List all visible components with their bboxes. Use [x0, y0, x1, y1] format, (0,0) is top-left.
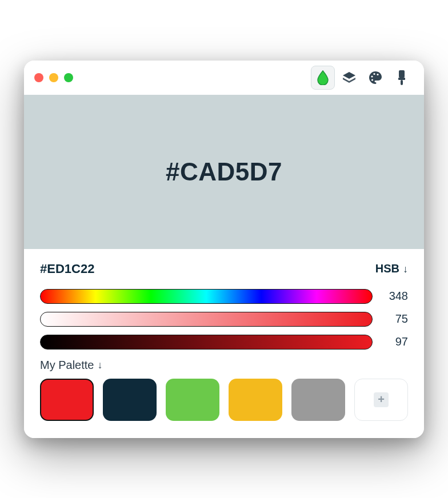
saturation-slider[interactable] [40, 312, 373, 327]
palette-icon[interactable] [363, 66, 387, 90]
brightness-value: 97 [385, 335, 408, 348]
brush-icon-svg [395, 70, 408, 86]
mode-toolbar [311, 66, 414, 90]
titlebar [24, 61, 424, 95]
drop-icon-svg [317, 70, 329, 85]
add-swatch-button[interactable]: + [354, 379, 408, 421]
palette-swatch-0[interactable] [40, 379, 94, 421]
saturation-value: 75 [385, 312, 408, 326]
hue-value: 348 [385, 290, 408, 303]
layers-icon[interactable] [337, 66, 361, 90]
close-dot[interactable] [34, 73, 43, 82]
palette-swatch-2[interactable] [166, 379, 219, 421]
brightness-row: 97 [40, 335, 408, 350]
saturation-row: 75 [40, 312, 408, 327]
color-mode-label: HSB [375, 262, 399, 275]
palette-swatch-1[interactable] [103, 379, 157, 421]
selected-hex[interactable]: #ED1C22 [40, 262, 94, 276]
svg-point-2 [377, 73, 378, 75]
palette-dropdown[interactable]: My Palette ↓ [40, 359, 408, 372]
editor-panel: #ED1C22 HSB ↓ 348 75 97 My Palette ↓ + [24, 249, 424, 438]
editor-header: #ED1C22 HSB ↓ [40, 262, 408, 276]
hue-row: 348 [40, 289, 408, 304]
palette-label-text: My Palette [40, 359, 94, 372]
drop-icon[interactable] [311, 66, 335, 90]
svg-rect-6 [401, 80, 403, 85]
preview-panel: #CAD5D7 [24, 95, 424, 249]
svg-point-3 [371, 79, 373, 81]
svg-point-0 [371, 75, 373, 77]
palette-swatch-4[interactable] [291, 379, 345, 421]
traffic-lights [34, 73, 73, 82]
chevron-down-icon: ↓ [403, 264, 408, 274]
palette-icon-svg [368, 70, 383, 85]
svg-rect-4 [399, 70, 405, 78]
color-mode-dropdown[interactable]: HSB ↓ [375, 262, 408, 275]
minimize-dot[interactable] [49, 73, 58, 82]
svg-point-1 [373, 73, 375, 74]
app-window: #CAD5D7 #ED1C22 HSB ↓ 348 75 97 My Palet… [24, 61, 424, 438]
plus-icon: + [374, 392, 389, 407]
brush-icon[interactable] [390, 66, 414, 90]
palette-swatches: + [40, 379, 408, 421]
hue-slider[interactable] [40, 289, 373, 304]
brightness-slider[interactable] [40, 335, 373, 350]
chevron-down-icon: ↓ [97, 360, 102, 370]
palette-swatch-3[interactable] [229, 379, 282, 421]
svg-rect-5 [398, 78, 405, 80]
preview-hex: #CAD5D7 [166, 158, 282, 186]
zoom-dot[interactable] [64, 73, 73, 82]
layers-icon-svg [342, 70, 357, 85]
